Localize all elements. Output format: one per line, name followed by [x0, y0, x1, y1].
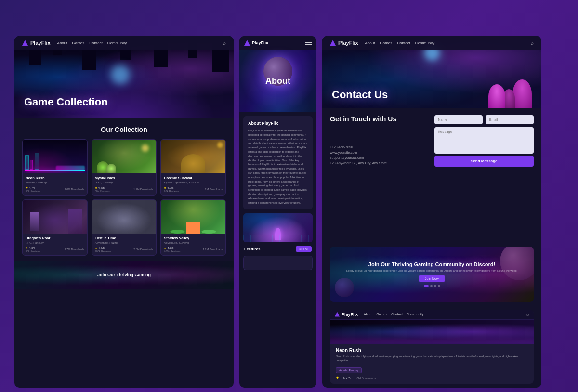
- mushroom-decoration: [488, 84, 505, 108]
- downloads: 2.3M Downloads: [133, 248, 153, 251]
- nav-about-1[interactable]: About: [57, 41, 67, 45]
- game-name-lost-in-time: Lost In Time: [95, 236, 154, 240]
- rating-val: 4.7/5: [167, 247, 173, 249]
- contact-hero: PlayFlix About Games Contact Community ⌕…: [322, 36, 541, 108]
- game-info-mystic-isles: Mystic Isles RPG, Fantasy ★ 4.5/5 60k Re…: [92, 173, 157, 195]
- nav-links-1: About Games Contact Community: [57, 41, 127, 45]
- contact-nav-links: About Games Contact Community: [365, 41, 435, 45]
- join-now-button[interactable]: Join Now: [419, 275, 445, 282]
- detail-rating: 4.7/5: [343, 376, 351, 379]
- downloads: 1.7M Downloads: [65, 248, 84, 251]
- rating-val: 4.6/5: [29, 247, 35, 249]
- game-card-dragons-roar[interactable]: Dragon's Roar RPG, Fantasy ★ 4.6/5 80k R…: [22, 199, 88, 256]
- reviews-count: 80k Reviews: [26, 250, 40, 253]
- game-thumb-dragons-roar: [23, 200, 87, 234]
- game-name-stardew-valley: Stardew Valley: [164, 236, 223, 240]
- panel-game-collection: PlayFlix About Games Contact Community ⌕: [14, 36, 234, 388]
- rating-val: 4.3/5: [167, 186, 173, 189]
- rating-val: 4.5/5: [98, 186, 105, 189]
- send-message-button[interactable]: Send Message: [434, 156, 534, 167]
- detail-nav-contact[interactable]: Contact: [391, 313, 403, 316]
- game-info-lost-in-time: Lost In Time Adventure, Puzzle ★ 4.3/5 2…: [92, 234, 157, 255]
- mobile-logo: PlayFlix: [244, 40, 268, 46]
- nav-contact-1[interactable]: Contact: [89, 41, 103, 45]
- carousel-dot-1[interactable]: [424, 285, 429, 287]
- carousel-dot-4[interactable]: [438, 285, 440, 287]
- search-icon-1[interactable]: ⌕: [223, 40, 226, 46]
- contact-nav-logo: PlayFlix: [330, 40, 358, 46]
- logo-icon-detail: [335, 312, 340, 317]
- game-genre-tag: Arcade, Fantasy: [336, 367, 362, 373]
- game-card-cosmic-survival[interactable]: Cosmic Survival Space Exploration, Survi…: [160, 139, 226, 196]
- contact-phone: +123-456-7890: [330, 145, 430, 149]
- game-card-mystic-isles[interactable]: Mystic Isles RPG, Fantasy ★ 4.5/5 60k Re…: [92, 139, 157, 196]
- name-input[interactable]: [434, 115, 483, 124]
- logo-icon-1: [22, 40, 28, 46]
- contact-email: support@yoursite.com: [330, 156, 430, 159]
- panel-about-mobile: PlayFlix About About PlayFlix PlayFlix i…: [239, 36, 316, 388]
- mobile-hero-title: About: [265, 76, 290, 86]
- nav-logo-1: PlayFlix: [22, 40, 51, 46]
- features-label: Features: [244, 247, 260, 251]
- game-name-cosmic-survival: Cosmic Survival: [164, 176, 223, 180]
- rating-val: 4.7/5: [29, 186, 35, 189]
- game-stats-dragons-roar: ★ 4.6/5 80k Reviews 1.7M Downloads: [26, 246, 84, 253]
- contact-address: 123 Anywhere St., Any City, Any State: [330, 161, 430, 165]
- game-card-stardew-valley[interactable]: Stardew Valley Adventure, Survival ★ 4.7…: [160, 199, 226, 256]
- game-detail-content: Neon Rush Neon Rush is an electrifying a…: [330, 344, 534, 384]
- downloads: 1.0M Downloads: [65, 188, 84, 191]
- detail-nav-about[interactable]: About: [364, 313, 372, 316]
- logo-icon-mobile: [244, 40, 250, 46]
- game-name-dragons-roar: Dragon's Roar: [26, 236, 84, 240]
- game-card-neon-rush[interactable]: Neon Rush Arcade, Fantasy ★ 4.7/5 80k Re…: [22, 139, 88, 196]
- hamburger-menu[interactable]: [305, 41, 312, 45]
- contact-info-col: Get in Touch with Us +123-456-7890 www.y…: [330, 115, 430, 167]
- collection-section-title: Our Collection: [22, 126, 226, 133]
- mobile-hero: About: [239, 50, 316, 112]
- collection-section: Our Collection Neon Rush A: [14, 118, 234, 261]
- email-input[interactable]: [486, 115, 534, 124]
- carousel-dot-2[interactable]: [430, 285, 433, 287]
- contact-body: Get in Touch with Us +123-456-7890 www.y…: [322, 108, 541, 243]
- contact-nav-community[interactable]: Community: [415, 41, 434, 45]
- search-icon-contact[interactable]: ⌕: [531, 40, 534, 46]
- downloads: 1.4M Downloads: [133, 188, 153, 191]
- contact-nav-games[interactable]: Games: [380, 41, 392, 45]
- games-grid: Neon Rush Arcade, Fantasy ★ 4.7/5 80k Re…: [22, 139, 226, 256]
- star-icon: ★: [26, 186, 28, 189]
- logo-icon-contact: [330, 40, 336, 46]
- mobile-logo-text: PlayFlix: [252, 40, 268, 45]
- game-genre-cosmic-survival: Space Exploration, Survival: [164, 181, 223, 184]
- message-input[interactable]: [434, 127, 534, 154]
- game-thumb-mystic-isles: [92, 140, 157, 173]
- reviews-count: 400k Reviews: [164, 250, 180, 253]
- discord-banner-title: Join Our Thriving Gaming Community on Di…: [359, 261, 505, 267]
- join-gaming-strip: Join Our Thriving Gaming: [14, 261, 234, 289]
- about-card: About PlayFlix PlayFlix is an innovative…: [243, 116, 313, 209]
- nav-games-1[interactable]: Games: [72, 41, 84, 45]
- reviews-count: 90k Reviews: [164, 190, 179, 193]
- carousel-dot-3[interactable]: [434, 285, 436, 287]
- detail-nav-community[interactable]: Community: [407, 313, 423, 316]
- contact-nav-contact[interactable]: Contact: [397, 41, 410, 45]
- star-icon: ★: [95, 246, 97, 249]
- game-info-stardew-valley: Stardew Valley Adventure, Survival ★ 4.7…: [161, 234, 225, 255]
- join-gaming-text: Join Our Thriving Gaming: [97, 273, 151, 277]
- search-icon-detail[interactable]: ⌕: [526, 312, 529, 317]
- contact-nav-about[interactable]: About: [365, 41, 375, 45]
- feature-card-placeholder: [243, 256, 313, 270]
- see-all-button[interactable]: See All: [296, 246, 312, 252]
- game-genre-neon-rush: Arcade, Fantasy: [26, 181, 84, 184]
- detail-nav-games[interactable]: Games: [376, 313, 387, 316]
- contact-logo-text: PlayFlix: [338, 40, 358, 46]
- game-thumb-neon-rush: [23, 140, 87, 173]
- nav-community-1[interactable]: Community: [107, 41, 127, 45]
- game-detail-card: PlayFlix About Games Contact Community ⌕: [330, 310, 534, 384]
- game-card-lost-in-time[interactable]: Lost In Time Adventure, Puzzle ★ 4.3/5 2…: [92, 199, 157, 256]
- mobile-game-screenshot: [243, 213, 313, 242]
- game-genre-lost-in-time: Adventure, Puzzle: [95, 241, 154, 244]
- game-detail-title: Neon Rush: [336, 348, 528, 353]
- small-planet-decoration: [335, 278, 354, 297]
- collection-hero-title: Game Collection: [24, 96, 108, 108]
- game-thumb-stardew-valley: [161, 200, 225, 234]
